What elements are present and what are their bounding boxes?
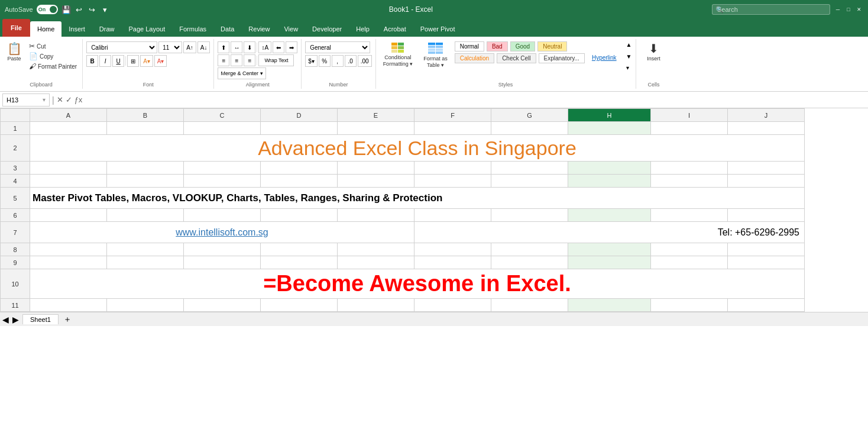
text-direction-button[interactable]: ↕A [258,41,271,53]
italic-button[interactable]: I [99,55,111,67]
col-header-E[interactable]: E [338,109,414,122]
website-link[interactable]: www.intellisoft.com.sg [176,227,268,237]
cell-E9[interactable] [338,256,414,269]
cell-D4[interactable] [261,175,338,188]
style-calculation[interactable]: Calculation [455,53,494,63]
indent-decrease-button[interactable]: ⬅ [273,41,284,53]
cell-D6[interactable] [261,209,338,222]
cell-J6[interactable] [728,209,805,222]
cell-F8[interactable] [414,243,491,256]
more-commands-icon[interactable]: ▾ [101,5,110,14]
col-header-D[interactable]: D [261,109,338,122]
sheet-area[interactable]: A B C D E F G H I J 1 [0,108,868,312]
cell-reference-box[interactable]: H13 ▾ [2,93,50,107]
cell-D3[interactable] [261,162,338,175]
add-sheet-button[interactable]: ＋ [60,314,75,325]
cell-C3[interactable] [184,162,261,175]
tab-home[interactable]: Home [30,21,61,37]
copy-button[interactable]: 📄 Copy [27,51,79,61]
cell-A9[interactable] [30,256,107,269]
decimal-inc-button[interactable]: .0 [345,55,357,67]
cell-C8[interactable] [184,243,261,256]
cell-I11[interactable] [651,299,728,312]
cell-C1[interactable] [184,122,261,135]
cell-ref-dropdown[interactable]: ▾ [43,96,46,103]
styles-scroll-up[interactable]: ▲ [626,41,632,48]
styles-scroll-more[interactable]: ▾ [626,65,632,71]
undo-icon[interactable]: ↩ [75,5,84,14]
col-header-F[interactable]: F [414,109,491,122]
cell-I9[interactable] [651,256,728,269]
fill-color-button[interactable]: A▾ [140,55,153,67]
percent-button[interactable]: % [319,55,331,67]
cell-A4[interactable] [30,175,107,188]
row-header-3[interactable]: 3 [1,162,30,175]
cell-H6[interactable] [568,209,651,222]
cell-G1[interactable] [491,122,568,135]
conditional-formatting-button[interactable]: ConditionalFormatting ▾ [380,41,417,69]
cell-J4[interactable] [728,175,805,188]
cell-B1[interactable] [107,122,184,135]
wrap-text-button[interactable]: Wrap Text [258,54,294,66]
cell-F3[interactable] [414,162,491,175]
bold-button[interactable]: B [86,55,98,67]
cell-H8[interactable] [568,243,651,256]
corner-header[interactable] [1,109,30,122]
paste-button[interactable]: 📋 Paste [4,41,25,63]
col-header-G[interactable]: G [491,109,568,122]
col-header-A[interactable]: A [30,109,107,122]
style-good[interactable]: Good [510,41,535,51]
cell-D9[interactable] [261,256,338,269]
cell-E6[interactable] [338,209,414,222]
cell-H1[interactable] [568,122,651,135]
row-header-2[interactable]: 2 [1,135,30,162]
cell-D8[interactable] [261,243,338,256]
tab-draw[interactable]: Draw [92,21,122,37]
save-icon[interactable]: 💾 [61,5,71,14]
cell-A5-main-text[interactable]: Master Pivot Tables, Macros, VLOOKUP, Ch… [30,188,805,209]
cell-G11[interactable] [491,299,568,312]
formula-cancel-icon[interactable]: ✕ [57,95,63,104]
align-middle-button[interactable]: ↔ [231,41,242,53]
col-header-B[interactable]: B [107,109,184,122]
cell-G3[interactable] [491,162,568,175]
row-header-7[interactable]: 7 [1,222,30,243]
formula-input[interactable] [85,95,866,105]
cell-I1[interactable] [651,122,728,135]
close-icon[interactable]: ✕ [855,5,863,14]
tab-insert[interactable]: Insert [61,21,92,37]
formula-insert-function-icon[interactable]: ƒx [75,95,83,104]
cell-J1[interactable] [728,122,805,135]
merge-center-button[interactable]: Merge & Center ▾ [218,67,265,79]
cell-J8[interactable] [728,243,805,256]
align-right-button[interactable]: ≡ [244,54,255,66]
font-color-button[interactable]: A▾ [154,55,167,67]
row-header-9[interactable]: 9 [1,256,30,269]
search-input[interactable] [712,4,830,15]
cell-A7-link[interactable]: www.intellisoft.com.sg [30,222,414,243]
styles-scroll-down[interactable]: ▼ [626,53,632,60]
cell-J3[interactable] [728,162,805,175]
tab-power-pivot[interactable]: Power Pivot [413,21,462,37]
indent-increase-button[interactable]: ➡ [286,41,297,53]
minimize-icon[interactable]: ─ [834,5,842,14]
sheet-nav-left[interactable]: ◀ [2,315,9,324]
align-bottom-button[interactable]: ⬇ [244,41,255,53]
cell-A10-main-text[interactable]: =Become Awesome in Excel. [30,269,805,299]
cut-button[interactable]: ✂ Cut [27,41,79,51]
tab-help[interactable]: Help [349,21,377,37]
row-header-6[interactable]: 6 [1,209,30,222]
style-normal[interactable]: Normal [455,41,484,51]
align-left-button[interactable]: ≡ [218,54,229,66]
row-header-8[interactable]: 8 [1,243,30,256]
cell-G9[interactable] [491,256,568,269]
cell-C4[interactable] [184,175,261,188]
cell-D11[interactable] [261,299,338,312]
cell-C6[interactable] [184,209,261,222]
cell-B6[interactable] [107,209,184,222]
tab-acrobat[interactable]: Acrobat [377,21,413,37]
cell-G4[interactable] [491,175,568,188]
row-header-11[interactable]: 11 [1,299,30,312]
comma-button[interactable]: , [332,55,344,67]
cell-I8[interactable] [651,243,728,256]
